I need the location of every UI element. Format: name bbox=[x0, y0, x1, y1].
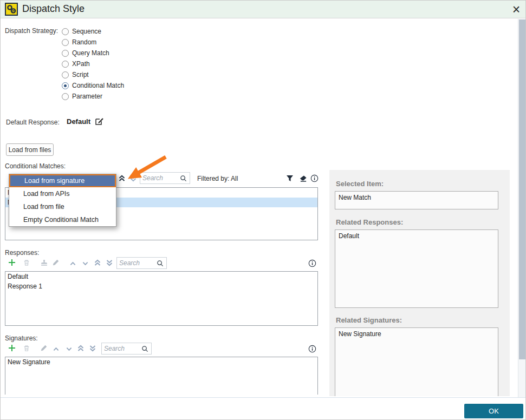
add-conditional-match-menu: Load from signature Load from APIs Load … bbox=[9, 174, 116, 227]
clear-filter-icon[interactable] bbox=[298, 173, 308, 184]
selected-item-value: New Match bbox=[335, 191, 498, 209]
dispatch-strategy-label: Dispatch Strategy: bbox=[5, 27, 58, 35]
responses-search-input[interactable] bbox=[119, 258, 155, 268]
cm-move-bottom-icon[interactable] bbox=[128, 173, 138, 183]
menu-item-load-from-signature[interactable]: Load from signature bbox=[9, 174, 116, 187]
conditional-matches-label: Conditional Matches: bbox=[5, 162, 66, 170]
responses-search-box bbox=[116, 257, 167, 269]
radio-circle bbox=[62, 39, 69, 46]
signatures-list[interactable]: New Signature bbox=[5, 357, 318, 395]
radio-xpath[interactable]: XPath bbox=[62, 59, 90, 69]
load-from-files-button[interactable]: Load from files bbox=[6, 143, 54, 156]
related-signatures-value: New Signature bbox=[335, 327, 498, 396]
signatures-move-top-icon[interactable] bbox=[76, 343, 86, 353]
filter-icon[interactable] bbox=[285, 173, 295, 184]
ok-button[interactable]: OK bbox=[464, 404, 523, 418]
response-list-item[interactable]: Default bbox=[5, 272, 317, 281]
signatures-edit-icon[interactable] bbox=[39, 343, 49, 353]
responses-move-up-icon[interactable] bbox=[68, 258, 77, 269]
radio-circle bbox=[62, 61, 69, 68]
cm-search-input[interactable] bbox=[142, 173, 178, 183]
radio-query-match[interactable]: Query Match bbox=[62, 48, 109, 58]
related-signatures-label: Related Signatures: bbox=[336, 316, 402, 324]
cm-info-icon[interactable] bbox=[309, 173, 319, 183]
radio-circle bbox=[62, 71, 69, 78]
selected-item-label: Selected Item: bbox=[336, 180, 384, 188]
dialog-title: Dispatch Style bbox=[22, 3, 85, 15]
title-bar: Dispatch Style × bbox=[1, 1, 526, 18]
search-icon bbox=[157, 260, 164, 267]
radio-conditional-match[interactable]: Conditional Match bbox=[62, 81, 124, 90]
responses-move-top-icon[interactable] bbox=[93, 257, 102, 268]
signatures-move-bottom-icon[interactable] bbox=[88, 343, 98, 353]
responses-clone-icon[interactable] bbox=[39, 257, 49, 268]
related-responses-value: Default bbox=[335, 229, 498, 308]
radio-circle bbox=[62, 93, 69, 100]
radio-script[interactable]: Script bbox=[62, 70, 89, 80]
radio-parameter[interactable]: Parameter bbox=[62, 91, 102, 101]
dispatch-style-dialog: Dispatch Style × Dispatch Strategy: Sequ… bbox=[0, 0, 526, 420]
cm-search-box bbox=[140, 172, 190, 184]
signature-list-item[interactable]: New Signature bbox=[5, 357, 317, 367]
responses-add-icon[interactable] bbox=[7, 257, 17, 268]
signatures-info-icon[interactable] bbox=[307, 343, 317, 354]
related-responses-label: Related Responses: bbox=[336, 218, 403, 226]
app-gears-icon bbox=[5, 3, 18, 16]
signatures-move-up-icon[interactable] bbox=[51, 344, 61, 355]
search-icon bbox=[141, 345, 148, 352]
signatures-search-box bbox=[101, 343, 152, 355]
responses-list[interactable]: Default Response 1 bbox=[5, 271, 318, 326]
radio-sequence[interactable]: Sequence bbox=[62, 27, 101, 36]
edit-default-response-icon[interactable] bbox=[94, 116, 104, 126]
responses-move-bottom-icon[interactable] bbox=[105, 257, 114, 268]
scrollbar-thumb[interactable] bbox=[519, 19, 526, 359]
signatures-label: Signatures: bbox=[5, 334, 38, 342]
menu-item-empty-conditional-match[interactable]: Empty Conditional Match bbox=[9, 213, 116, 226]
responses-delete-icon[interactable] bbox=[22, 257, 31, 268]
response-list-item[interactable]: Response 1 bbox=[5, 281, 317, 291]
default-response-value: Default bbox=[67, 117, 90, 126]
close-icon[interactable]: × bbox=[509, 2, 524, 17]
vertical-scrollbar[interactable] bbox=[518, 19, 526, 397]
signatures-search-input[interactable] bbox=[104, 343, 140, 354]
cm-move-top-icon[interactable] bbox=[117, 173, 127, 183]
responses-move-down-icon[interactable] bbox=[80, 258, 90, 269]
menu-item-load-from-apis[interactable]: Load from APIs bbox=[9, 187, 116, 200]
radio-random[interactable]: Random bbox=[62, 37, 96, 47]
search-icon bbox=[180, 175, 187, 182]
radio-circle bbox=[62, 28, 69, 35]
responses-info-icon[interactable] bbox=[307, 258, 317, 268]
filtered-by-status: Filtered by: All bbox=[197, 175, 238, 182]
signatures-move-down-icon[interactable] bbox=[64, 344, 74, 355]
radio-circle-checked bbox=[62, 82, 69, 89]
default-response-label: Default Response: bbox=[6, 119, 60, 126]
details-panel: Selected Item: New Match Related Respons… bbox=[329, 170, 510, 396]
signatures-add-icon[interactable] bbox=[7, 343, 17, 353]
responses-label: Responses: bbox=[5, 249, 39, 257]
radio-circle bbox=[62, 50, 69, 57]
footer-bar: OK bbox=[1, 397, 526, 420]
signatures-delete-icon[interactable] bbox=[22, 343, 31, 353]
menu-item-load-from-file[interactable]: Load from file bbox=[9, 200, 116, 213]
responses-edit-icon[interactable] bbox=[51, 257, 61, 268]
